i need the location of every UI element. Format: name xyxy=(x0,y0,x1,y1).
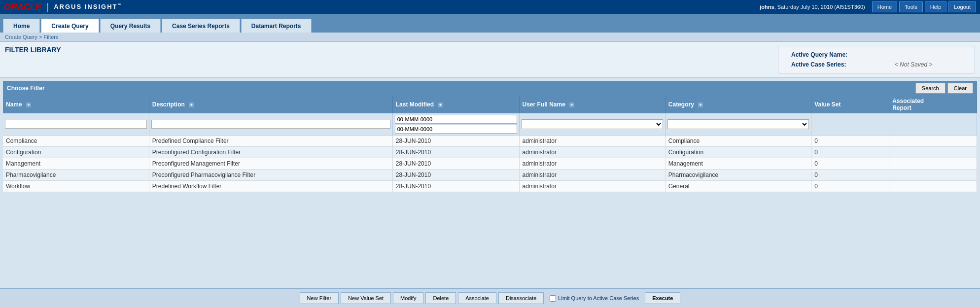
top-right-area: johns, Saturday July 10, 2010 (AI51ST360… xyxy=(760,1,976,12)
row-last-modified: 28-JUN-2010 xyxy=(392,158,519,170)
row-description: Preconfigured Configuration Filter xyxy=(149,147,392,158)
filter-user-cell xyxy=(519,113,665,136)
row-category: Pharmacovigilance xyxy=(665,170,811,181)
argus-insight-logo: ARGUS INSIGHT™ xyxy=(54,3,122,10)
table-body: Compliance Predefined Compliance Filter … xyxy=(3,136,977,192)
row-associated-report xyxy=(889,136,977,147)
row-last-modified: 28-JUN-2010 xyxy=(392,181,519,192)
col-description: Description + xyxy=(149,96,392,113)
user-name: johns xyxy=(760,4,774,10)
row-value-set: 0 xyxy=(811,181,889,192)
col-user-full-name: User Full Name + xyxy=(519,96,665,113)
table-row[interactable]: Compliance Predefined Compliance Filter … xyxy=(3,136,977,147)
row-description: Preconfigured Management Filter xyxy=(149,158,392,170)
user-sort-icon[interactable]: + xyxy=(569,102,575,108)
tab-query-results[interactable]: Query Results xyxy=(100,19,161,33)
row-value-set: 0 xyxy=(811,147,889,158)
row-associated-report xyxy=(889,181,977,192)
user-info: johns, Saturday July 10, 2010 (AI51ST360… xyxy=(760,4,865,10)
logo-area: ORACLE | ARGUS INSIGHT™ xyxy=(4,1,123,13)
row-category: Configuration xyxy=(665,147,811,158)
name-sort-icon[interactable]: + xyxy=(26,102,32,108)
top-nav-help-button[interactable]: Help xyxy=(925,1,947,12)
tab-home[interactable]: Home xyxy=(3,19,40,33)
table-row[interactable]: Configuration Preconfigured Configuratio… xyxy=(3,147,977,158)
filter-category-cell xyxy=(665,113,811,136)
table-filter-row xyxy=(3,113,977,136)
row-value-set: 0 xyxy=(811,170,889,181)
row-last-modified: 28-JUN-2010 xyxy=(392,136,519,147)
filter-last-modified-to-input[interactable] xyxy=(395,125,517,134)
row-value-set: 0 xyxy=(811,158,889,170)
row-category: General xyxy=(665,181,811,192)
table-row[interactable]: Management Preconfigured Management Filt… xyxy=(3,158,977,170)
page-title: FILTER LIBRARY xyxy=(5,46,61,54)
row-value-set: 0 xyxy=(811,136,889,147)
row-description: Preconfigured Pharmacovigilance Filter xyxy=(149,170,392,181)
active-query-box: Active Query Name: Active Case Series: <… xyxy=(778,46,975,73)
row-last-modified: 28-JUN-2010 xyxy=(392,170,519,181)
active-query-not-saved: < Not Saved > xyxy=(893,60,964,69)
table-row[interactable]: Workflow Predefined Workflow Filter 28-J… xyxy=(3,181,977,192)
filter-description-cell xyxy=(149,113,392,136)
filter-table-wrapper: Name + Description + Last Modified + Use… xyxy=(3,96,977,192)
page-header: FILTER LIBRARY Active Query Name: Active… xyxy=(0,42,980,78)
main-nav: Home Create Query Query Results Case Ser… xyxy=(0,14,980,33)
row-user: administrator xyxy=(519,170,665,181)
row-category: Compliance xyxy=(665,136,811,147)
filter-section: Choose Filter Search Clear Name + Descri… xyxy=(3,81,977,192)
table-row[interactable]: Pharmacovigilance Preconfigured Pharmaco… xyxy=(3,170,977,181)
row-last-modified: 28-JUN-2010 xyxy=(392,147,519,158)
top-nav-tools-button[interactable]: Tools xyxy=(899,1,923,12)
filter-associated-report-cell xyxy=(889,113,977,136)
row-associated-report xyxy=(889,170,977,181)
description-sort-icon[interactable]: + xyxy=(188,102,194,108)
tab-create-query[interactable]: Create Query xyxy=(41,19,99,33)
row-name: Configuration xyxy=(3,147,149,158)
filter-last-modified-cell xyxy=(392,113,519,136)
row-name: Management xyxy=(3,158,149,170)
top-bar: ORACLE | ARGUS INSIGHT™ johns, Saturday … xyxy=(0,0,980,14)
row-description: Predefined Workflow Filter xyxy=(149,181,392,192)
row-associated-report xyxy=(889,158,977,170)
tab-case-series-reports[interactable]: Case Series Reports xyxy=(162,19,240,33)
row-user: administrator xyxy=(519,136,665,147)
choose-filter-label: Choose Filter xyxy=(7,85,45,92)
col-name: Name + xyxy=(3,96,149,113)
col-last-modified: Last Modified + xyxy=(392,96,519,113)
col-value-set: Value Set xyxy=(811,96,889,113)
col-category: Category + xyxy=(665,96,811,113)
table-column-headers: Name + Description + Last Modified + Use… xyxy=(3,96,977,113)
filter-user-select[interactable] xyxy=(522,119,663,129)
filter-last-modified-from-input[interactable] xyxy=(395,115,517,124)
breadcrumb: Create Query > Filters xyxy=(0,33,980,42)
row-user: administrator xyxy=(519,147,665,158)
category-sort-icon[interactable]: + xyxy=(698,102,703,108)
logo-separator: | xyxy=(46,1,49,13)
tab-datamart-reports[interactable]: Datamart Reports xyxy=(241,19,312,33)
row-name: Pharmacovigilance xyxy=(3,170,149,181)
row-name: Workflow xyxy=(3,181,149,192)
active-query-name-value xyxy=(893,50,964,59)
filter-category-select[interactable] xyxy=(667,119,809,129)
row-user: administrator xyxy=(519,158,665,170)
row-category: Management xyxy=(665,158,811,170)
search-clear-buttons: Search Clear xyxy=(915,83,973,94)
top-nav-home-button[interactable]: Home xyxy=(872,1,897,12)
row-description: Predefined Compliance Filter xyxy=(149,136,392,147)
filter-name-cell xyxy=(3,113,149,136)
filter-name-input[interactable] xyxy=(5,120,147,129)
filter-value-set-cell xyxy=(811,113,889,136)
filter-table: Name + Description + Last Modified + Use… xyxy=(3,96,977,192)
row-associated-report xyxy=(889,147,977,158)
oracle-logo: ORACLE xyxy=(4,2,41,12)
last-modified-sort-icon[interactable]: + xyxy=(437,102,443,108)
row-user: administrator xyxy=(519,181,665,192)
row-name: Compliance xyxy=(3,136,149,147)
col-associated-report: AssociatedReport xyxy=(889,96,977,113)
clear-button[interactable]: Clear xyxy=(947,83,973,94)
top-nav-logout-button[interactable]: Logout xyxy=(948,1,976,12)
search-button[interactable]: Search xyxy=(915,83,945,94)
choose-filter-header: Choose Filter Search Clear xyxy=(3,81,977,96)
filter-description-input[interactable] xyxy=(151,120,390,129)
